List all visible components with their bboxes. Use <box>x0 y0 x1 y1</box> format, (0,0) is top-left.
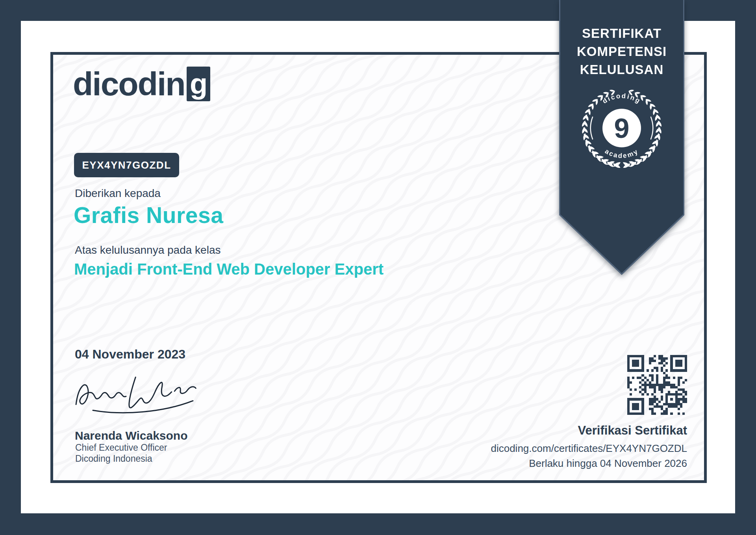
course-label: Atas kelulusannya pada kelas <box>75 244 220 256</box>
ribbon-line-3: KELULUSAN <box>559 61 684 79</box>
logo-g-mark: g <box>187 67 210 101</box>
verification-valid-until: Berlaku hingga 04 November 2026 <box>529 457 687 470</box>
issue-date: 04 November 2023 <box>75 347 185 362</box>
ceo-signature <box>68 369 206 424</box>
dicoding-logo: dicoding <box>73 67 210 101</box>
course-title: Menjadi Front-End Web Developer Expert <box>74 260 384 278</box>
certificate-page: dicoding EYX4YN7GOZDL Diberikan kepada G… <box>0 0 756 535</box>
ribbon-title: SERTIFIKAT KOMPETENSI KELULUSAN <box>559 24 684 79</box>
given-to-label: Diberikan kepada <box>75 187 161 200</box>
recipient-name: Grafis Nuresa <box>74 202 223 228</box>
seal-right-arc <box>651 117 653 139</box>
logo-text: dicodin <box>73 67 185 101</box>
certificate-code: EYX4YN7GOZDL <box>82 159 171 171</box>
award-ribbon: SERTIFIKAT KOMPETENSI KELULUSAN 9 dicodi… <box>559 0 684 276</box>
certificate-code-badge: EYX4YN7GOZDL <box>74 153 179 177</box>
signer-org: Dicoding Indonesia <box>75 453 152 464</box>
ribbon-line-2: KOMPETENSI <box>559 43 684 61</box>
signer-name: Narenda Wicaksono <box>75 429 187 442</box>
dicoding-academy-seal: 9 dicoding academy <box>574 80 669 175</box>
verification-url: dicoding.com/certificates/EYX4YN7GOZDL <box>491 442 687 455</box>
seal-number: 9 <box>614 113 630 144</box>
ribbon-line-1: SERTIFIKAT <box>559 24 684 43</box>
qr-code <box>627 355 687 415</box>
signer-role: Chief Executive Officer <box>75 442 167 453</box>
verification-title: Verifikasi Sertifikat <box>578 424 687 438</box>
seal-bottom-text: academy <box>604 147 640 160</box>
seal-left-arc <box>591 117 593 139</box>
